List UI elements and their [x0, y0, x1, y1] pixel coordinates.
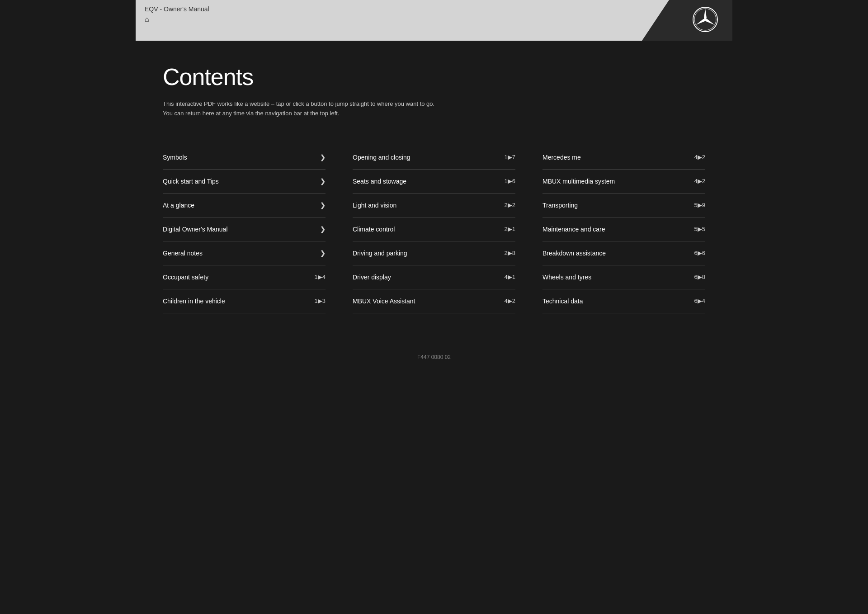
item-page: 4▶2: [694, 154, 705, 161]
page-title: Contents: [163, 63, 705, 90]
svg-point-2: [704, 18, 707, 21]
item-label: Symbols: [163, 154, 187, 161]
item-label: General notes: [163, 250, 203, 257]
item-arrow-icon: ❯: [320, 178, 326, 185]
item-page: 6▶4: [694, 298, 705, 304]
item-page: 2▶8: [505, 250, 515, 256]
contents-item[interactable]: MBUX multimedia system4▶2: [542, 170, 705, 194]
header-title: EQV - Owner's Manual: [145, 5, 209, 13]
contents-item[interactable]: Quick start and Tips❯: [163, 170, 326, 194]
item-label: MBUX Voice Assistant: [353, 298, 415, 305]
item-page: 1▶4: [315, 274, 326, 280]
item-label: Children in the vehicle: [163, 298, 225, 305]
item-right: ❯: [320, 250, 326, 257]
item-label: Digital Owner's Manual: [163, 226, 228, 233]
mercedes-logo: [692, 6, 719, 35]
item-right: ❯: [320, 202, 326, 209]
item-label: Driver display: [353, 274, 391, 281]
item-arrow-icon: ❯: [320, 250, 326, 257]
contents-item[interactable]: Driving and parking2▶8: [353, 241, 515, 265]
contents-column-1: Symbols❯Quick start and Tips❯At a glance…: [163, 146, 326, 313]
item-label: At a glance: [163, 202, 194, 209]
contents-item[interactable]: Transporting5▶9: [542, 194, 705, 217]
item-label: Driving and parking: [353, 250, 407, 257]
item-right: 1▶6: [505, 178, 515, 184]
contents-grid: Symbols❯Quick start and Tips❯At a glance…: [163, 146, 705, 313]
contents-item[interactable]: MBUX Voice Assistant4▶2: [353, 289, 515, 313]
item-right: 2▶2: [505, 202, 515, 208]
footer-doc-id: F447 0080 02: [417, 354, 451, 360]
item-right: 2▶1: [505, 226, 515, 232]
item-right: 2▶8: [505, 250, 515, 256]
header-left: EQV - Owner's Manual ⌂: [145, 5, 209, 24]
item-page: 5▶5: [694, 226, 705, 232]
item-right: 4▶2: [694, 178, 705, 184]
item-label: Transporting: [542, 202, 578, 209]
item-right: 1▶4: [315, 274, 326, 280]
contents-item[interactable]: Climate control2▶1: [353, 217, 515, 241]
contents-item[interactable]: Mercedes me4▶2: [542, 146, 705, 170]
item-right: 6▶4: [694, 298, 705, 304]
contents-item[interactable]: Light and vision2▶2: [353, 194, 515, 217]
item-page: 1▶7: [505, 154, 515, 161]
item-right: 6▶6: [694, 250, 705, 256]
contents-item[interactable]: At a glance❯: [163, 194, 326, 217]
item-label: Mercedes me: [542, 154, 581, 161]
contents-item[interactable]: Maintenance and care5▶5: [542, 217, 705, 241]
contents-item[interactable]: Children in the vehicle1▶3: [163, 289, 326, 313]
item-label: Climate control: [353, 226, 395, 233]
contents-item[interactable]: Technical data6▶4: [542, 289, 705, 313]
item-right: ❯: [320, 154, 326, 161]
item-label: MBUX multimedia system: [542, 178, 615, 185]
description-line2: You can return here at any time via the …: [163, 109, 705, 118]
item-page: 6▶8: [694, 274, 705, 280]
item-arrow-icon: ❯: [320, 154, 326, 161]
contents-column-3: Mercedes me4▶2MBUX multimedia system4▶2T…: [542, 146, 705, 313]
item-right: 4▶2: [505, 298, 515, 304]
contents-item[interactable]: Driver display4▶1: [353, 265, 515, 289]
page-description: This interactive PDF works like a websit…: [163, 99, 705, 118]
item-page: 1▶3: [315, 298, 326, 304]
main-content: Contents This interactive PDF works like…: [136, 41, 732, 340]
item-label: Quick start and Tips: [163, 178, 219, 185]
item-right: ❯: [320, 226, 326, 233]
contents-column-2: Opening and closing1▶7Seats and stowage1…: [353, 146, 515, 313]
item-page: 2▶1: [505, 226, 515, 232]
item-page: 1▶6: [505, 178, 515, 184]
header: EQV - Owner's Manual ⌂: [136, 0, 732, 41]
home-icon[interactable]: ⌂: [145, 15, 209, 24]
item-label: Breakdown assistance: [542, 250, 606, 257]
contents-item[interactable]: General notes❯: [163, 241, 326, 265]
item-label: Seats and stowage: [353, 178, 406, 185]
item-right: ❯: [320, 178, 326, 185]
item-arrow-icon: ❯: [320, 226, 326, 233]
description-line1: This interactive PDF works like a websit…: [163, 99, 705, 109]
contents-item[interactable]: Breakdown assistance6▶6: [542, 241, 705, 265]
item-right: 4▶1: [505, 274, 515, 280]
item-label: Light and vision: [353, 202, 396, 209]
item-page: 4▶2: [694, 178, 705, 184]
contents-item[interactable]: Wheels and tyres6▶8: [542, 265, 705, 289]
item-label: Technical data: [542, 298, 583, 305]
item-page: 4▶1: [505, 274, 515, 280]
item-page: 4▶2: [505, 298, 515, 304]
contents-item[interactable]: Occupant safety1▶4: [163, 265, 326, 289]
contents-item[interactable]: Seats and stowage1▶6: [353, 170, 515, 194]
contents-item[interactable]: Digital Owner's Manual❯: [163, 217, 326, 241]
item-right: 1▶7: [505, 154, 515, 161]
item-right: 5▶9: [694, 202, 705, 208]
mercedes-star-icon: [692, 6, 719, 33]
item-page: 6▶6: [694, 250, 705, 256]
contents-item[interactable]: Opening and closing1▶7: [353, 146, 515, 170]
item-label: Opening and closing: [353, 154, 410, 161]
item-page: 2▶2: [505, 202, 515, 208]
item-label: Maintenance and care: [542, 226, 605, 233]
item-right: 6▶8: [694, 274, 705, 280]
item-right: 5▶5: [694, 226, 705, 232]
item-right: 1▶3: [315, 298, 326, 304]
item-arrow-icon: ❯: [320, 202, 326, 209]
contents-item[interactable]: Symbols❯: [163, 146, 326, 170]
item-right: 4▶2: [694, 154, 705, 161]
footer: F447 0080 02: [136, 340, 732, 374]
item-label: Occupant safety: [163, 274, 208, 281]
